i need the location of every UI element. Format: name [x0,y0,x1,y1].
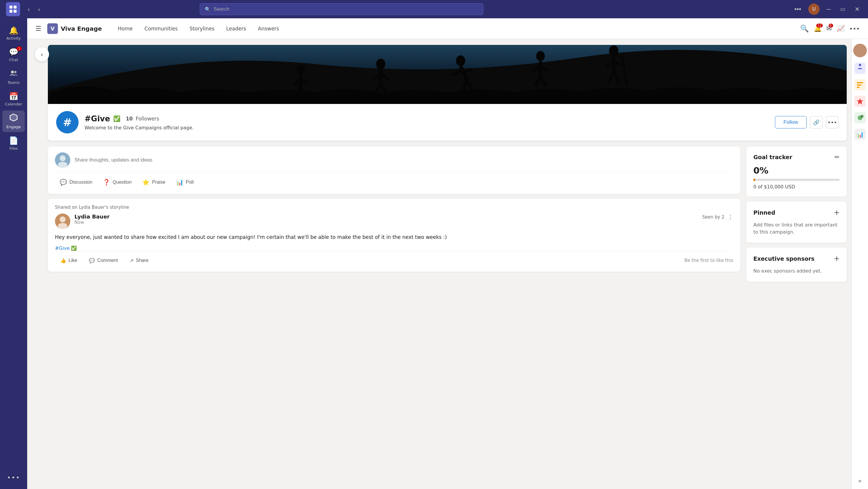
like-icon: 👍 [60,258,66,263]
nav-search-icon[interactable]: 🔍 [800,25,809,33]
followers-count: 10 [126,116,133,122]
right-sidebar: Goal tracker ✏️ 0% 0 of $10,000 USD [746,146,847,483]
teams-icon [9,69,18,79]
sidebar-item-activity[interactable]: 🔔 Activity [2,23,25,43]
svg-point-12 [297,65,305,74]
community-section: # #Give ✅ 10 Followers Welcome to the Gi… [48,45,847,140]
pinned-card: Pinned + Add files or links that are imp… [746,201,847,243]
nav-link-storylines[interactable]: Storylines [184,23,219,34]
poll-button[interactable]: 📊 Poll [172,176,198,188]
svg-rect-52 [857,82,863,83]
titlebar: ‹ › 🔍 ••• U ─ ▭ ✕ [0,0,868,18]
content-area: ☰ V Viva Engage Home Communities Storyli… [27,18,868,489]
praise-label: Praise [152,180,165,185]
nav-link-home[interactable]: Home [113,23,138,34]
share-label: Share [136,258,149,263]
follow-button[interactable]: Follow [775,116,807,128]
top-nav-links: Home Communities Storylines Leaders Answ… [113,23,284,34]
user-avatar[interactable]: U [808,4,819,15]
praise-button[interactable]: ⭐ Praise [137,176,170,188]
search-input[interactable] [214,6,478,12]
sidebar-item-engage[interactable]: Engage [2,110,25,132]
link-button[interactable]: 🔗 [810,116,823,128]
sidebar-more-button[interactable]: ••• [2,471,25,484]
far-right-item-2[interactable] [853,78,867,92]
goal-progress-bar [753,178,840,181]
executive-sponsors-header: Executive sponsors + [753,255,840,263]
goal-tracker-edit-icon[interactable]: ✏️ [835,154,840,161]
executive-sponsors-add-button[interactable]: + [834,255,840,263]
post-author-avatar [55,214,70,229]
sidebar-item-label-files: Files [9,146,18,151]
svg-point-24 [456,56,465,66]
far-right-item-1[interactable] [853,61,867,75]
nav-mail-icon[interactable]: ✉️ 5 [826,25,832,32]
svg-point-47 [58,223,67,229]
svg-point-6 [11,71,14,73]
svg-text:U: U [812,6,816,12]
svg-point-46 [60,217,66,222]
svg-rect-0 [9,6,12,8]
nav-chart-icon[interactable]: 📈 [837,25,845,32]
sidebar-left: 🔔 Activity 1 💬 Chat Teams 📅 Calender [0,18,27,489]
post-tag[interactable]: #Give ✅ [55,246,733,251]
nav-bell-icon[interactable]: 🔔 12 [814,25,822,32]
question-button[interactable]: ❓ Question [98,176,136,188]
close-button[interactable]: ✕ [852,4,862,14]
share-button[interactable]: ↗ Share [124,255,154,266]
community-more-button[interactable]: ••• [826,116,838,128]
sidebar-item-files[interactable]: 📄 Files [2,133,25,154]
post-tag-text: #Give [55,246,70,251]
main-content: # #Give ✅ 10 Followers Welcome to the Gi… [27,39,851,489]
activity-icon: 🔔 [9,26,18,35]
svg-text:V: V [51,25,55,32]
sidebar-item-label-teams: Teams [7,80,20,85]
pinned-add-button[interactable]: + [834,208,840,217]
svg-point-58 [861,115,864,118]
praise-icon: ⭐ [142,178,150,186]
sidebar-item-teams[interactable]: Teams [2,66,25,88]
svg-rect-1 [13,6,17,8]
sidebar-item-calendar[interactable]: 📅 Calender [2,89,25,109]
pinned-header: Pinned + [753,208,840,217]
titlebar-right: ••• U ─ ▭ ✕ [792,4,862,15]
far-right-item-5[interactable]: 📊 [853,128,867,141]
titlebar-search-bar[interactable]: 🔍 [200,3,483,15]
nav-more-icon[interactable]: ••• [849,25,860,32]
svg-point-50 [859,64,861,66]
mail-badge: 5 [829,24,833,28]
nav-link-answers[interactable]: Answers [253,23,284,34]
poll-label: Poll [186,180,194,185]
discussion-button[interactable]: 💬 Discussion [55,176,97,188]
pinned-description: Add files or links that are important to… [753,222,840,236]
post-body: Hey everyone, just wanted to share how e… [55,234,733,241]
maximize-button[interactable]: ▭ [838,5,848,13]
sidebar-item-chat[interactable]: 1 💬 Chat [2,44,25,65]
far-right-item-4[interactable] [853,111,867,125]
far-right-item-3[interactable] [853,95,867,108]
nav-link-leaders[interactable]: Leaders [221,23,251,34]
first-like-text: Be the first to like this [685,258,733,263]
composer-text-input[interactable] [74,157,733,163]
community-name: #Give [85,114,110,123]
svg-marker-8 [10,114,17,121]
post-tag-verified: ✅ [71,246,77,251]
chat-badge: 1 [17,46,22,51]
titlebar-more-button[interactable]: ••• [792,4,804,14]
app-body: 🔔 Activity 1 💬 Chat Teams 📅 Calender [0,18,868,489]
forward-nav-button[interactable]: › [35,4,43,14]
hamburger-menu[interactable]: ☰ [35,25,41,32]
sidebar-item-label-engage: Engage [6,125,21,129]
page-body: ‹ [27,39,868,489]
viva-engage-logo-icon: V [47,23,58,34]
far-right-avatar-1[interactable] [853,44,867,57]
like-button[interactable]: 👍 Like [55,255,83,266]
back-button[interactable]: ‹ [35,47,49,61]
collapse-panel-button[interactable]: « [858,477,862,484]
nav-link-communities[interactable]: Communities [139,23,183,34]
comment-button[interactable]: 💬 Comment [84,255,123,266]
post-more-icon[interactable]: ⋮ [727,214,733,221]
executive-sponsors-card: Executive sponsors + No exec sponsors ad… [746,248,847,282]
back-nav-button[interactable]: ‹ [25,4,33,14]
minimize-button[interactable]: ─ [824,5,833,14]
